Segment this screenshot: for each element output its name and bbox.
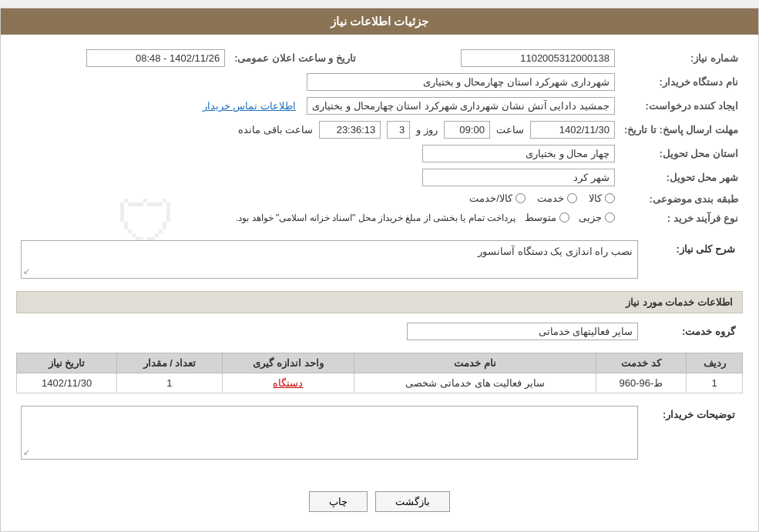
tousehat-box	[21, 406, 638, 460]
date-value: 1402/11/30	[530, 121, 615, 139]
page-header: جزئیات اطلاعات نیاز	[1, 8, 758, 35]
farayand-jazei-item: جزیی	[579, 212, 615, 223]
tarikhSaaat-label: تاریخ و ساعت اعلان عمومی:	[230, 46, 361, 70]
services-table: ردیف کد خدمت نام خدمت واحد اندازه گیری ت…	[16, 353, 743, 393]
farayand-jazei-label: جزیی	[579, 212, 602, 223]
farayand-motovaset-radio[interactable]	[559, 212, 569, 223]
shahr-value: شهر کرد	[422, 169, 615, 186]
col-tedad: تعداد / مقدار	[117, 353, 222, 373]
col-tarikhNiaz: تاریخ نیاز	[17, 353, 117, 373]
mohlat-label: مهلت ارسال پاسخ: تا تاریخ:	[620, 118, 743, 142]
chap-button[interactable]: چاپ	[309, 491, 368, 512]
ijadKonande-value: جمشید دادایی آتش نشان شهرداری شهرکرد است…	[307, 97, 615, 115]
groheKhadamat-value: سایر فعالیتهای خدماتی	[407, 323, 638, 340]
tousehat-section: توضیحات خریدار:	[16, 403, 743, 470]
services-section-title: اطلاعات خدمات مورد نیاز	[16, 291, 743, 313]
cell-kodKhadamat: ط-96-960	[596, 373, 686, 393]
basic-info-table: شماره نیاز: 1102005312000138 تاریخ و ساع…	[16, 46, 743, 228]
namDastgah-value: شهرداری شهرکرد استان چهارمحال و بختیاری	[307, 73, 615, 91]
col-radif: ردیف	[687, 353, 743, 373]
col-kodKhadamat: کد خدمت	[596, 353, 686, 373]
shomareNiaz-value: 1102005312000138	[461, 49, 615, 67]
groheKhadamat-label: گروه خدمت:	[643, 320, 743, 343]
tabaqe-kala-khadamat-radio[interactable]	[516, 193, 526, 203]
saaat-value: 09:00	[444, 121, 490, 139]
namDastgah-label: نام دستگاه خریدار:	[620, 70, 743, 94]
cell-tarikhNiaz: 1402/11/30	[17, 373, 117, 393]
col-namKhadamat: نام خدمت	[354, 353, 596, 373]
rooz-label: روز و	[416, 124, 438, 136]
tabaqe-khadamat-radio[interactable]	[567, 193, 577, 203]
farayand-motovaset-item: متوسط	[525, 212, 569, 223]
table-row: 1 ط-96-960 سایر فعالیت های خدماتی شخصی د…	[17, 373, 743, 393]
tabaqe-kala-label: کالا	[589, 192, 602, 204]
bazgasht-button[interactable]: بازگشت	[375, 491, 450, 512]
rooz-value: 3	[387, 121, 410, 139]
cell-namKhadamat: سایر فعالیت های خدماتی شخصی	[354, 373, 596, 393]
ostan-label: استان محل تحویل:	[620, 142, 743, 166]
col-vahed: واحد اندازه گیری	[222, 353, 354, 373]
button-row: بازگشت چاپ	[16, 480, 743, 520]
tabaqe-kala-item: کالا	[589, 192, 615, 204]
tarikhSaaat-value: 1402/11/26 - 08:48	[86, 49, 225, 67]
timer-value: 23:36:13	[319, 121, 381, 139]
farayand-motovaset-label: متوسط	[525, 212, 556, 223]
farayand-note: پرداخت تمام یا بخشی از مبلغ خریداز محل "…	[236, 212, 516, 223]
tousehat-label: توضیحات خریدار:	[643, 403, 743, 470]
cell-tedad: 1	[117, 373, 222, 393]
tabaqe-kala-radio[interactable]	[605, 193, 615, 203]
saaat-label: ساعت	[496, 124, 524, 136]
shahr-label: شهر محل تحویل:	[620, 166, 743, 189]
farayand-jazei-radio[interactable]	[605, 212, 615, 223]
cell-radif: 1	[687, 373, 743, 393]
sharh-koli-section: شرح کلی نیاز: نصب راه اندازی یک دستگاه آ…	[16, 237, 743, 282]
cell-vahed: دستگاه	[222, 373, 354, 393]
tamas-kharidar-link[interactable]: اطلاعات تماس خریدار	[203, 100, 296, 112]
grohe-khadamat-section: گروه خدمت: سایر فعالیتهای خدماتی	[16, 320, 743, 343]
tabaqe-kala-khadamat-item: کالا/خدمت	[469, 192, 526, 204]
sharhKoli-box: نصب راه اندازی یک دستگاه آسانسور	[21, 240, 638, 279]
ostan-value: چهار محال و بختیاری	[422, 145, 615, 162]
tabaqe-kala-khadamat-label: کالا/خدمت	[469, 192, 512, 204]
sharhKoli-label: شرح کلی نیاز:	[643, 237, 743, 282]
sharhKoli-value: نصب راه اندازی یک دستگاه آسانسور	[478, 246, 633, 257]
tabaqe-label: طبقه بندی موضوعی:	[620, 189, 743, 209]
ijadKonande-label: ایجاد کننده درخواست:	[620, 94, 743, 118]
tabaqe-khadamat-item: خدمت	[537, 192, 577, 204]
shomareNiaz-label: شماره نیاز:	[620, 46, 743, 70]
saaatBaqi-label: ساعت باقی مانده	[238, 124, 313, 136]
page-title: جزئیات اطلاعات نیاز	[331, 15, 428, 28]
tabaqe-khadamat-label: خدمت	[537, 192, 564, 204]
noFarayand-label: نوع فرآیند خرید :	[620, 209, 743, 228]
